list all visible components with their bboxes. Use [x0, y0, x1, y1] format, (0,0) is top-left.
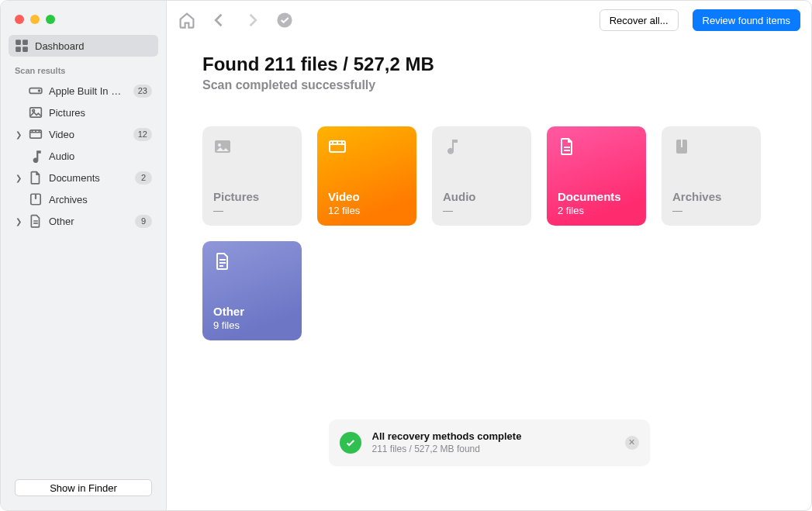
document-icon — [29, 171, 43, 185]
card-title: Audio — [443, 190, 520, 203]
audio-icon — [443, 137, 520, 157]
review-found-items-button[interactable]: Review found items — [693, 9, 800, 31]
svg-rect-6 — [30, 108, 42, 117]
sidebar-item-label: Archives — [49, 194, 152, 205]
sidebar: Dashboard Scan results Apple Built In SD… — [1, 1, 167, 510]
sidebar-item-archives[interactable]: Archives — [9, 188, 158, 210]
window-controls — [1, 1, 166, 35]
close-window-icon[interactable] — [15, 15, 24, 24]
svg-rect-15 — [681, 140, 682, 147]
main-panel: Recover all... Review found items Found … — [167, 1, 811, 510]
chevron-right-icon[interactable]: ❯ — [15, 174, 22, 182]
card-sub: 12 files — [328, 205, 406, 216]
sidebar-item-device[interactable]: Apple Built In SDX... 23 — [9, 80, 158, 102]
card-sub: 2 files — [558, 205, 635, 216]
svg-rect-2 — [16, 47, 21, 52]
sidebar-item-label: Dashboard — [35, 40, 152, 52]
card-documents[interactable]: Documents 2 files — [547, 126, 646, 226]
card-title: Video — [328, 190, 406, 203]
app-window: Dashboard Scan results Apple Built In SD… — [0, 0, 812, 511]
archive-icon — [29, 192, 43, 206]
picture-icon — [213, 137, 291, 157]
card-title: Other — [213, 305, 291, 318]
home-icon[interactable] — [178, 11, 196, 29]
audio-icon — [29, 149, 43, 163]
sidebar-item-documents[interactable]: ❯ Documents 2 — [9, 167, 158, 188]
recover-all-button[interactable]: Recover all... — [599, 9, 679, 31]
document-icon — [558, 137, 635, 157]
card-video[interactable]: Video 12 files — [317, 126, 416, 226]
minimize-window-icon[interactable] — [30, 15, 40, 24]
card-sub: — — [672, 205, 750, 216]
checkmark-icon — [340, 432, 361, 454]
toast-sub: 211 files / 527,2 MB found — [372, 444, 614, 454]
grid-icon — [15, 39, 29, 53]
forward-icon[interactable] — [243, 11, 261, 29]
card-pictures[interactable]: Pictures — — [202, 126, 302, 226]
card-title: Archives — [672, 190, 750, 203]
sidebar-section-title: Scan results — [1, 57, 166, 80]
count-badge: 9 — [135, 215, 152, 228]
status-check-icon — [275, 11, 294, 29]
sidebar-item-label: Other — [49, 216, 129, 227]
content: Found 211 files / 527,2 MB Scan complete… — [167, 40, 811, 340]
svg-point-12 — [218, 143, 221, 147]
svg-point-5 — [39, 90, 40, 91]
disk-icon — [29, 84, 43, 98]
sidebar-item-video[interactable]: ❯ Video 12 — [9, 123, 158, 145]
show-in-finder-button[interactable]: Show in Finder — [15, 479, 152, 496]
svg-rect-1 — [22, 40, 28, 45]
picture-icon — [29, 105, 43, 119]
back-icon[interactable] — [210, 11, 229, 29]
sidebar-item-label: Pictures — [49, 107, 152, 119]
card-title: Pictures — [213, 190, 291, 203]
archive-icon — [672, 137, 750, 157]
sidebar-item-label: Video — [49, 129, 127, 140]
sidebar-item-label: Documents — [49, 172, 129, 184]
completion-toast: All recovery methods complete 211 files … — [329, 420, 650, 465]
other-icon — [29, 214, 43, 228]
toast-title: All recovery methods complete — [372, 430, 614, 442]
card-audio[interactable]: Audio — — [432, 126, 531, 226]
toolbar: Recover all... Review found items — [167, 1, 811, 40]
sidebar-item-dashboard[interactable]: Dashboard — [9, 35, 158, 57]
video-icon — [328, 137, 406, 157]
sidebar-item-label: Apple Built In SDX... — [49, 85, 127, 97]
other-icon — [213, 252, 291, 272]
sidebar-item-audio[interactable]: Audio — [9, 145, 158, 167]
card-sub: — — [213, 205, 291, 216]
card-sub: 9 files — [213, 319, 291, 331]
zoom-window-icon[interactable] — [46, 15, 55, 24]
svg-point-7 — [33, 109, 35, 112]
chevron-right-icon[interactable]: ❯ — [15, 130, 22, 139]
card-other[interactable]: Other 9 files — [202, 241, 302, 340]
sidebar-item-other[interactable]: ❯ Other 9 — [9, 210, 158, 232]
card-title: Documents — [558, 190, 635, 203]
count-badge: 2 — [135, 171, 152, 185]
results-subhead: Scan completed successfully — [202, 78, 783, 92]
video-icon — [29, 127, 43, 141]
close-icon[interactable]: ✕ — [625, 436, 639, 450]
svg-rect-0 — [16, 40, 21, 45]
sidebar-item-pictures[interactable]: Pictures — [9, 102, 158, 123]
card-archives[interactable]: Archives — — [662, 126, 761, 226]
sidebar-item-label: Audio — [49, 150, 152, 162]
category-cards: Pictures — Video 12 files Audio — — [202, 126, 783, 340]
count-badge: 12 — [133, 128, 152, 141]
chevron-right-icon[interactable]: ❯ — [15, 217, 22, 226]
card-sub: — — [443, 205, 520, 216]
results-headline: Found 211 files / 527,2 MB — [202, 54, 783, 75]
svg-rect-3 — [22, 47, 28, 52]
count-badge: 23 — [133, 85, 152, 98]
